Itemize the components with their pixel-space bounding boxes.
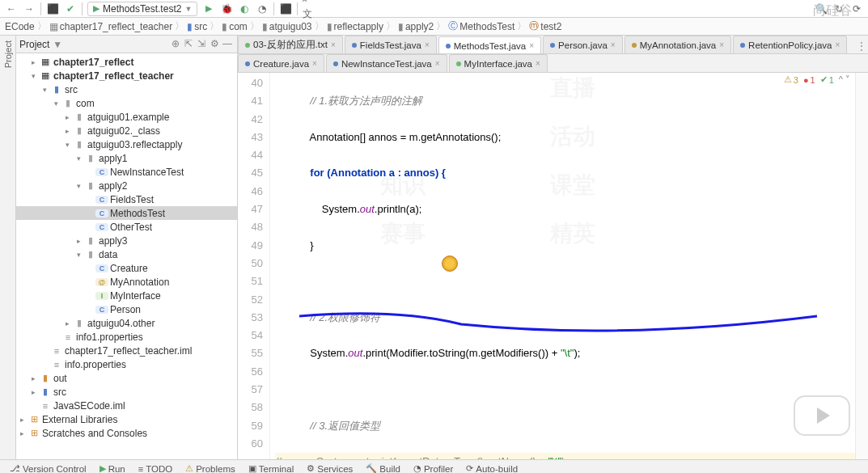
tree-node[interactable]: ▾▮src	[16, 82, 237, 96]
editor-tab-active[interactable]: MethodsTest.java×	[438, 36, 541, 54]
tree-node[interactable]: ▸▮atguigu02._class	[16, 124, 237, 137]
close-icon[interactable]: ×	[536, 59, 540, 68]
close-icon[interactable]: ×	[425, 40, 430, 49]
crumb[interactable]: apply2	[405, 21, 434, 32]
editor-tab[interactable]: 03-反射的应用.txt×	[238, 36, 343, 53]
run-button[interactable]: ▶	[202, 2, 215, 15]
tree-node[interactable]: CPerson	[16, 302, 237, 316]
expand-all-icon[interactable]: ⇱	[182, 38, 195, 51]
close-icon[interactable]: ×	[529, 41, 534, 50]
tree-node[interactable]: ▾▮com	[16, 96, 237, 110]
run-tab[interactable]: ▶Run	[95, 463, 130, 473]
debug-button[interactable]: 🐞	[220, 2, 233, 15]
panel-dropdown-icon[interactable]: ▼	[53, 39, 62, 50]
editor-tab[interactable]: FieldsTest.java×	[345, 36, 437, 53]
package-icon: ▮	[398, 21, 404, 32]
autobuild-tab[interactable]: ⟳Auto-build	[461, 463, 523, 473]
crumb[interactable]: MethodsTest	[459, 21, 514, 32]
crumb[interactable]: reflectapply	[334, 21, 383, 32]
editor-tab[interactable]: Creature.java×	[238, 54, 324, 72]
tree-node[interactable]: ▸▮src	[16, 385, 237, 399]
code-content[interactable]: // 1.获取方法声明的注解 Annotation[] annos = m.ge…	[270, 73, 855, 459]
video-play-overlay[interactable]	[794, 395, 850, 436]
coverage-button[interactable]: ◐	[238, 2, 251, 15]
tree-node[interactable]: ≡info.properties	[16, 357, 237, 371]
editor-right-rail	[855, 73, 868, 459]
close-icon[interactable]: ×	[331, 40, 336, 49]
tree-node[interactable]: ≡JavaSECode.iml	[16, 399, 237, 412]
stop-icon[interactable]: ⬛	[46, 2, 59, 15]
stop-process-icon[interactable]: ⬛	[279, 2, 292, 15]
close-icon[interactable]: ×	[312, 59, 317, 68]
crumb[interactable]: com	[229, 21, 248, 32]
crumb[interactable]: atguigu03	[269, 21, 312, 32]
tree-node[interactable]: ≡info1.properties	[16, 330, 237, 344]
hide-icon[interactable]: —	[221, 38, 234, 51]
tree-node[interactable]: ▾▮atguigu03.reflectapply	[16, 137, 237, 151]
crumb[interactable]: ECode	[5, 21, 35, 32]
tree-node[interactable]: ▸⊞External Libraries	[16, 412, 237, 426]
editor-tab[interactable]: MyAnnotation.java×	[625, 36, 731, 53]
file-type-icon	[333, 61, 338, 66]
warning-badge[interactable]: ⚠3	[784, 74, 798, 85]
tree-node[interactable]: CCreature	[16, 261, 237, 275]
collapse-all-icon[interactable]: ⇲	[195, 38, 208, 51]
editor-tab[interactable]: NewInstanceTest.java×	[326, 54, 447, 72]
todo-tab[interactable]: ≡TODO	[133, 464, 177, 474]
tree-node[interactable]: ▸▮atguigu04.other	[16, 316, 237, 330]
build-tab[interactable]: 🔨Build	[361, 463, 405, 473]
left-tool-rail: Project	[0, 36, 16, 459]
tree-node[interactable]: ▸▮apply3	[16, 234, 237, 247]
file-type-icon	[456, 61, 461, 66]
editor-tab[interactable]: Person.java×	[543, 36, 623, 53]
check-badge[interactable]: ✔1	[820, 74, 834, 85]
terminal-tab[interactable]: ▣Terminal	[243, 463, 299, 473]
checkmark-icon[interactable]: ✔	[64, 2, 77, 15]
run-config-selector[interactable]: ▶ MethodsTest.test2 ▼	[87, 2, 197, 16]
update-icon[interactable]: ⟳	[850, 2, 863, 15]
tree-node[interactable]: @MyAnnotation	[16, 275, 237, 289]
profiler-tab[interactable]: ◔Profiler	[409, 463, 458, 473]
settings-icon[interactable]: ⚙	[208, 38, 221, 51]
tree-node[interactable]: ▸▮atguigu01.example	[16, 110, 237, 124]
forward-icon[interactable]: →	[23, 2, 36, 15]
profile-button[interactable]: ◔	[256, 2, 269, 15]
problems-tab[interactable]: ⚠Problems	[180, 463, 240, 473]
module-icon: ▦	[49, 21, 58, 32]
tabs-menu-icon[interactable]: ⋮	[855, 40, 868, 53]
tree-node[interactable]: ▸▦chapter17_reflect	[16, 55, 237, 69]
editor-tab[interactable]: MyInterface.java×	[449, 54, 548, 72]
tree-node[interactable]: ≡chapter17_reflect_teacher.iml	[16, 344, 237, 357]
tree-node[interactable]: ▾▮apply2	[16, 179, 237, 192]
watermark-logo: 尚硅谷	[813, 2, 852, 19]
tree-node[interactable]: ▾▮data	[16, 247, 237, 261]
main-toolbar: ← → ⬛ ✔ ▶ MethodsTest.test2 ▼ ▶ 🐞 ◐ ◔ ⬛ …	[0, 0, 868, 18]
tree-node[interactable]: CNewInstanceTest	[16, 165, 237, 179]
services-tab[interactable]: ⚙Services	[302, 463, 358, 473]
tree-node[interactable]: ▸⊞Scratches and Consoles	[16, 426, 237, 440]
crumb[interactable]: src	[194, 21, 207, 32]
tree-node-selected[interactable]: CMethodsTest	[16, 206, 237, 220]
rail-project[interactable]: Project	[3, 40, 13, 68]
version-control-tab[interactable]: ⎇Version Control	[5, 463, 91, 473]
project-tree: ▸▦chapter17_reflect ▾▦chapter17_reflect_…	[16, 53, 237, 459]
tree-node[interactable]: IMyInterface	[16, 289, 237, 302]
tree-node[interactable]: ▾▦chapter17_reflect_teacher	[16, 69, 237, 82]
close-icon[interactable]: ×	[435, 59, 440, 68]
translate-icon[interactable]: ᴬ文	[303, 2, 315, 15]
crumb[interactable]: chapter17_reflect_teacher	[60, 21, 172, 32]
file-type-icon	[632, 43, 637, 48]
select-opened-icon[interactable]: ⊕	[169, 38, 182, 51]
tree-node[interactable]: ▾▮apply1	[16, 151, 237, 165]
close-icon[interactable]: ×	[611, 40, 616, 49]
editor-tab[interactable]: RetentionPolicy.java×	[733, 36, 847, 53]
tree-node[interactable]: COtherTest	[16, 220, 237, 234]
tree-node[interactable]: CFieldsTest	[16, 192, 237, 206]
close-icon[interactable]: ×	[835, 40, 840, 49]
typo-badge[interactable]: ●1	[803, 74, 815, 85]
class-icon: Ⓒ	[448, 19, 458, 33]
tree-node[interactable]: ▸▮out	[16, 371, 237, 385]
back-icon[interactable]: ←	[5, 2, 18, 15]
close-icon[interactable]: ×	[719, 40, 724, 49]
crumb[interactable]: test2	[540, 21, 561, 32]
